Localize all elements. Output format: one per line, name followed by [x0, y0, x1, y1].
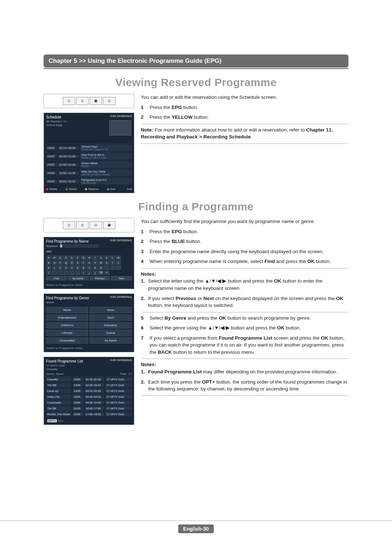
keyboard-key: V	[93, 260, 98, 265]
note-end: .	[251, 134, 252, 139]
found-chan: 17 UKTV Gold	[105, 377, 132, 381]
page-number: English-30	[178, 524, 214, 533]
notes-block-a: Notes: 1.Select the letter using the ▲/▼…	[141, 271, 348, 309]
notes-label: Notes:	[141, 362, 156, 367]
cell-date: 24/05	[46, 163, 57, 167]
keyboard-key: L	[110, 255, 115, 260]
keyboard-key: P	[58, 260, 63, 265]
found-row: Holby City23/0503:40~04:3017 UKTV Gold	[46, 394, 132, 400]
notes-a-list: 1.Select the letter using the ▲/▼/◀/▶ bu…	[141, 278, 348, 309]
found-row: The Bill22/0516:00~17:0017 UKTV Gold	[46, 405, 132, 411]
found-name: Close Up	[46, 389, 72, 393]
remote-key	[76, 221, 89, 229]
keyboard-key: 3	[64, 266, 69, 270]
genre-cell: Lifestyle	[46, 330, 88, 336]
found-header: Genre: Movie Total : 27	[46, 372, 132, 376]
keyboard-key: .	[104, 266, 109, 270]
onscreen-keyboard: ABCDEFGHIJKLMNOPQRSTUVWXYZ0123456789.-'?…	[46, 255, 132, 275]
keyboard-key: -	[110, 266, 115, 270]
step-body: Press the YELLOW button.	[150, 114, 209, 121]
found-name: Crossroads	[46, 401, 72, 405]
note-bold: OPT+	[202, 379, 215, 385]
found-name: The Bill	[46, 383, 72, 387]
found-name: Holby City	[46, 395, 72, 399]
step-item: 1Press the EPG button.	[141, 104, 348, 111]
genre-cell: News	[90, 307, 132, 313]
step-bold: Found Programme List	[219, 335, 273, 341]
cell-time: 00:30~01:00	[58, 154, 79, 158]
found-time: 01:30~02:30	[85, 377, 104, 381]
found-rows: Casualty23/0501:30~02:3017 UKTV GoldThe …	[46, 376, 132, 417]
prog-sub: 15 Min 88 Teachers' TV	[81, 148, 131, 151]
keyboard-key: W	[98, 260, 103, 265]
schedule-rows: 24/0500:15~00:30School Days15 Min 88 Tea…	[46, 143, 132, 185]
note-body: Select the letter using the ▲/▼/◀/▶ butt…	[148, 278, 348, 292]
remote-key	[63, 221, 75, 229]
step-bold: EPG	[172, 105, 182, 110]
keyboard-func-key: By Genre	[68, 276, 89, 280]
step-number: 2	[141, 114, 146, 121]
note-number: 2.	[141, 295, 147, 309]
note-item: 2.If you select Previous or Next on the …	[141, 295, 348, 309]
section1-note: Note: For more information abaout how to…	[141, 126, 348, 141]
cell-prog: One Foot in the G30 Min 17 UKTV Gold	[80, 153, 132, 159]
keyboard-row: ABCDEFGHIJKLM	[46, 255, 132, 260]
note-bold: Next	[203, 296, 214, 301]
section-title-viewing: Viewing Reserved Programme	[44, 76, 348, 89]
action-reserve: Reserve	[85, 187, 98, 191]
keyboard-row: ? ,;![]⌫↵	[46, 271, 132, 275]
keyboard-row: NOPQRSTUVWXYZ	[46, 260, 132, 265]
step-number: 3	[141, 248, 146, 255]
tv-preview-window	[109, 120, 131, 135]
step-body: Press the BLUE button.	[150, 238, 201, 245]
divider	[141, 358, 348, 359]
found-row: Casualty23/0501:30~02:3017 UKTV Gold	[46, 376, 132, 382]
keyboard-key: 0	[46, 266, 51, 270]
found-time: 04:30~12:00	[85, 401, 104, 405]
genre-current: Movie	[46, 301, 132, 304]
step-bold: OK	[307, 259, 314, 264]
keyboard-key: 4	[69, 266, 74, 270]
screenshot-find-genre: 0:00 24/05(Wed) Find Programme by Genre …	[44, 293, 134, 352]
found-row: The Bill23/0502:30~03:2217 UKTV Gold	[46, 382, 132, 388]
prog-name: Partypoker.Com Po	[81, 178, 131, 182]
step-bold: By Genre	[164, 315, 186, 321]
found-time: 16:00~17:00	[85, 406, 104, 410]
cell-time: 00:02~02:02	[58, 179, 79, 183]
step-item: 6Select the genre using the ▲/▼/◀/▶ butt…	[141, 324, 348, 332]
action-delete: Delete	[46, 187, 57, 191]
note-item: 1.Found Programme List may differ depend…	[141, 368, 348, 376]
keyword-cursor	[60, 244, 62, 247]
found-chan: 17 UKTV Gold	[105, 389, 132, 393]
chapter-bar: Chapter 5 >> Using the Electronic Progra…	[44, 54, 348, 68]
divider	[141, 312, 348, 312]
cell-prog: Green Week60 Min	[80, 161, 132, 168]
cell-date: 24/05	[46, 154, 57, 158]
step-bold: OK	[277, 325, 284, 331]
remote-drawing-top	[44, 94, 134, 108]
keyboard-key: Z	[116, 260, 121, 265]
cell-time: 00:15~00:30	[58, 146, 79, 150]
keyboard-key: '	[116, 266, 121, 270]
notes-block-b: Notes: 1.Found Programme List may differ…	[141, 361, 348, 392]
cell-date: 25/05	[46, 179, 57, 183]
keyboard-key: A	[46, 255, 51, 260]
found-chan: 17 UKTV Gold	[105, 395, 132, 399]
prog-sub: 30 Min 17 UKTV Gold	[81, 157, 131, 159]
keyboard-key: O	[52, 260, 57, 265]
step-body: Press the EPG button.	[150, 228, 198, 235]
found-date: 23/05	[73, 412, 83, 416]
genre-cell: By Name	[90, 337, 132, 344]
opt-sort-label: Sort	[58, 419, 63, 422]
step-item: 5Select By Genre and press the OK button…	[141, 315, 348, 322]
genre-cell: Drama	[90, 330, 132, 336]
keyboard-key: ]	[93, 271, 98, 275]
note-number: 1.	[141, 278, 147, 292]
keyboard-key: T	[81, 260, 86, 265]
step-item: 7If you select a programme from Found Pr…	[141, 335, 348, 356]
cell-date: 24/05	[46, 146, 57, 150]
screenshot-find-name: 0:00 24/05(Wed) Find Programme by Name K…	[44, 237, 134, 289]
notes-label: Notes:	[141, 271, 156, 277]
keyboard-key: 6	[81, 266, 86, 270]
note-body: Each time you press the OPT+ button, the…	[148, 378, 348, 393]
